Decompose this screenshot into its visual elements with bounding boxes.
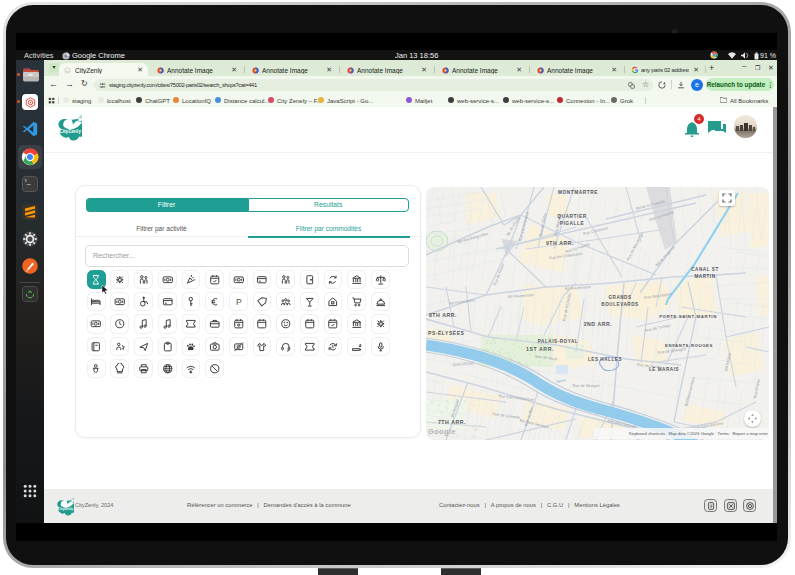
svg-text:PIGALLE: PIGALLE [560, 221, 585, 226]
svg-text:CANAL ST: CANAL ST [691, 267, 719, 272]
svg-text:PORTE SAINT-MARTIN: PORTE SAINT-MARTIN [659, 314, 717, 319]
svg-text:BOULEVARDS: BOULEVARDS [601, 302, 638, 307]
svg-text:PS-ÉLYSÉES: PS-ÉLYSÉES [428, 329, 465, 336]
svg-text:CityZenly: CityZenly [58, 507, 73, 511]
svg-text:MARTIN: MARTIN [694, 274, 715, 279]
svg-text:$: $ [332, 344, 335, 349]
svg-text:2ND ARR.: 2ND ARR. [584, 321, 613, 327]
svg-text:GRANDS: GRANDS [608, 295, 631, 300]
svg-text:Rue de Sévigné: Rue de Sévigné [572, 384, 599, 388]
svg-text:LE MARAIS: LE MARAIS [649, 367, 679, 372]
svg-text:LES HALLES: LES HALLES [588, 357, 622, 362]
svg-text:CityZenly: CityZenly [59, 129, 81, 134]
svg-text:8TH ARR.: 8TH ARR. [429, 312, 457, 318]
svg-text:PALAIS-ROYAL: PALAIS-ROYAL [538, 339, 578, 344]
svg-text:9TH ARR.: 9TH ARR. [546, 240, 574, 246]
svg-text:P: P [236, 297, 242, 307]
svg-text:QUARTIER: QUARTIER [557, 214, 586, 219]
svg-text:MONTMARTRE: MONTMARTRE [558, 190, 598, 195]
svg-text:1ST ARR.: 1ST ARR. [526, 346, 554, 352]
svg-text:7TH ARR.: 7TH ARR. [438, 419, 466, 425]
svg-text:ENFANTS-ROUGES: ENFANTS-ROUGES [665, 343, 713, 348]
